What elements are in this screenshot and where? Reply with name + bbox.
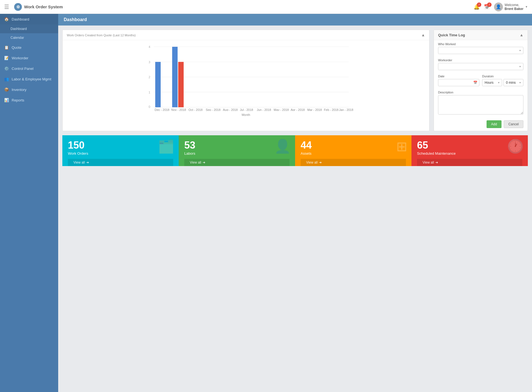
svg-text:2: 2: [149, 75, 150, 79]
svg-text:0: 0: [149, 105, 150, 108]
labor-icon: 👥: [4, 77, 9, 81]
stat-number-labors: 53: [184, 140, 290, 150]
hamburger-menu[interactable]: ☰: [4, 4, 9, 10]
sidebar-sub-calendar[interactable]: Calendar: [0, 33, 58, 42]
description-group: Description: [434, 88, 528, 118]
svg-text:Apr - 2018: Apr - 2018: [291, 108, 305, 111]
content-panels: Work Orders Created from Quote (Last 12 …: [62, 30, 528, 131]
avatar: 👤: [494, 2, 503, 11]
sidebar-sub-dashboard[interactable]: Dashboard: [0, 24, 58, 33]
sidebar-item-label-reports: Reports: [12, 98, 24, 102]
qtl-collapse-button[interactable]: ▲: [520, 33, 523, 37]
user-menu[interactable]: 👤 Welcome, Brent Baker ▼: [494, 2, 528, 11]
dashboard-icon: 🏠: [4, 17, 9, 21]
qtl-panel-header: Quick Time Log ▲: [434, 30, 528, 40]
stat-number-scheduled-maintenance: 65: [417, 140, 522, 150]
sidebar-item-control-panel[interactable]: ⚙️ Control Panel: [0, 63, 58, 74]
stat-footer-work-orders[interactable]: View all ➜: [68, 159, 173, 166]
navbar-right: 🔔 7 📅 7 👤 Welcome, Brent Baker ▼: [474, 2, 528, 11]
stat-label-work-orders: Work Orders: [68, 151, 173, 156]
sidebar-item-reports[interactable]: 📊 Reports: [0, 95, 58, 105]
svg-text:Jun - 2018: Jun - 2018: [257, 108, 271, 111]
sidebar-item-inventory[interactable]: 📦 Inventory: [0, 84, 58, 95]
quote-icon: 📋: [4, 45, 9, 50]
navbar: ☰ ⚙ Work Order System 🔔 7 📅 7 👤 Welcome,…: [0, 0, 532, 14]
view-all-work-orders: View all: [73, 161, 85, 164]
duration-label: Duratoin: [482, 75, 523, 78]
stat-card-work-orders: 150 Work Orders 🗂️ View all ➜: [62, 135, 179, 166]
sidebar-item-dashboard[interactable]: 🏠 Dashboard: [0, 14, 58, 24]
stat-footer-labors[interactable]: View all ➜: [184, 159, 290, 166]
stat-number-work-orders: 150: [68, 140, 173, 150]
page-header: Dashboard: [58, 14, 532, 26]
app-title: Work Order System: [24, 4, 63, 9]
hours-select[interactable]: Hours 0.5 1 2 3 4: [482, 79, 502, 86]
duration-wrap: Hours 0.5 1 2 3 4 0 mins: [482, 79, 523, 86]
cancel-button[interactable]: Cancel: [504, 120, 523, 128]
chart-title: Work Orders Created from Quote (Last 12 …: [67, 33, 136, 37]
stat-label-assets: Assets: [301, 151, 406, 156]
bar-chart: 4 3 2 1 0: [65, 44, 426, 111]
notification-bell[interactable]: 🔔 7: [474, 4, 480, 10]
stat-footer-assets[interactable]: View all ➜: [301, 159, 406, 166]
chart-panel: Work Orders Created from Quote (Last 12 …: [62, 30, 429, 131]
chart-container: 4 3 2 1 0: [63, 40, 429, 115]
stat-cards: 150 Work Orders 🗂️ View all ➜ 53 Labors …: [62, 135, 528, 166]
chart-x-axis-label: Month: [65, 113, 426, 116]
scheduled-maintenance-bg-icon: 🕐: [507, 139, 524, 154]
sidebar: 🏠 Dashboard Dashboard Calendar 📋 Quote 📝…: [0, 14, 58, 392]
who-worked-select[interactable]: [438, 47, 523, 54]
view-all-labors-arrow: ➜: [203, 161, 205, 164]
sidebar-item-label-inventory: Inventory: [12, 88, 26, 92]
calendar-badge: 7: [487, 2, 492, 7]
duration-group: Duratoin Hours 0.5 1 2 3 4: [482, 75, 523, 86]
workorder-select[interactable]: [438, 63, 523, 70]
stat-card-assets: 44 Assets ⊞ View all ➜: [295, 135, 411, 166]
workorder-icon: 📝: [4, 56, 9, 60]
date-input[interactable]: [438, 79, 479, 86]
chart-subtitle: (Last 12 Months): [113, 34, 136, 37]
date-group: Date 📅: [438, 75, 479, 86]
who-worked-group: Who Worked: [434, 40, 528, 56]
workorder-select-wrap: [438, 63, 523, 70]
work-orders-bg-icon: 🗂️: [158, 139, 175, 154]
brand: ⚙ Work Order System: [14, 3, 63, 11]
sidebar-item-workorder[interactable]: 📝 Workorder: [0, 53, 58, 63]
mins-select-wrap: 0 mins 15 mins 30 mins 45 mins: [503, 79, 523, 86]
reports-icon: 📊: [4, 98, 9, 102]
svg-rect-11: [172, 47, 178, 107]
who-worked-label: Who Worked: [438, 42, 523, 46]
notification-badge: 7: [477, 2, 481, 7]
user-welcome: Welcome,: [505, 3, 523, 7]
assets-bg-icon: ⊞: [396, 139, 407, 154]
sidebar-sub-label-calendar: Calendar: [11, 36, 24, 40]
view-all-scheduled-maintenance: View all: [423, 161, 434, 164]
svg-text:Sep - 2018: Sep - 2018: [206, 108, 220, 111]
svg-text:Oct - 2018: Oct - 2018: [188, 108, 203, 111]
svg-text:Aug - 2018: Aug - 2018: [223, 108, 238, 111]
sidebar-item-quote[interactable]: 📋 Quote: [0, 42, 58, 53]
svg-rect-10: [155, 62, 161, 107]
layout: 🏠 Dashboard Dashboard Calendar 📋 Quote 📝…: [0, 14, 532, 392]
sidebar-item-label-control-panel: Control Panel: [12, 67, 34, 71]
svg-text:4: 4: [149, 45, 150, 49]
svg-text:May - 2018: May - 2018: [274, 108, 289, 111]
add-button[interactable]: Add: [487, 120, 501, 128]
view-all-work-orders-arrow: ➜: [86, 161, 89, 164]
workorder-label: Workorder: [438, 58, 523, 62]
description-textarea[interactable]: [438, 95, 523, 114]
chart-panel-header: Work Orders Created from Quote (Last 12 …: [63, 30, 429, 40]
stat-card-scheduled-maintenance: 65 Scheduled Maintenance 🕐 View all ➜: [411, 135, 528, 166]
chart-collapse-button[interactable]: ▲: [421, 33, 425, 37]
calendar-icon-wrap[interactable]: 📅 7: [484, 4, 490, 10]
hours-select-wrap: Hours 0.5 1 2 3 4: [482, 79, 502, 86]
stat-footer-scheduled-maintenance[interactable]: View all ➜: [417, 159, 522, 166]
svg-text:Dec - 2018: Dec - 2018: [155, 108, 169, 111]
sidebar-item-labor[interactable]: 👥 Labor & Employee Mgmt: [0, 74, 58, 84]
sidebar-item-label-workorder: Workorder: [12, 56, 28, 60]
mins-select[interactable]: 0 mins 15 mins 30 mins 45 mins: [503, 79, 523, 86]
svg-text:Nov - 2018: Nov - 2018: [171, 108, 186, 111]
sidebar-item-label-quote: Quote: [12, 45, 21, 50]
quick-time-log-panel: Quick Time Log ▲ Who Worked Workorder: [434, 30, 528, 131]
stat-card-labors: 53 Labors 👤 View all ➜: [179, 135, 295, 166]
